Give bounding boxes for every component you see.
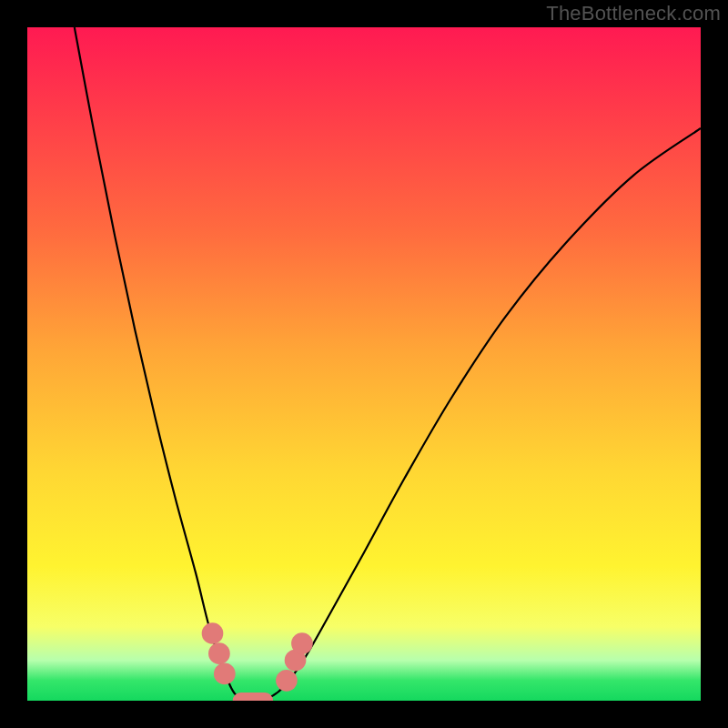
curve-layer xyxy=(27,27,701,701)
bottleneck-curve xyxy=(75,27,701,701)
data-marker-dot xyxy=(202,622,224,644)
data-marker-dot xyxy=(208,642,230,664)
watermark-text: TheBottleneck.com xyxy=(546,2,721,25)
chart-stage: TheBottleneck.com xyxy=(0,0,728,728)
data-marker-dot xyxy=(276,670,298,692)
marker-layer xyxy=(202,622,313,701)
data-marker-dot xyxy=(291,632,313,654)
data-marker-dot xyxy=(214,663,236,685)
data-marker-pill xyxy=(233,693,273,701)
